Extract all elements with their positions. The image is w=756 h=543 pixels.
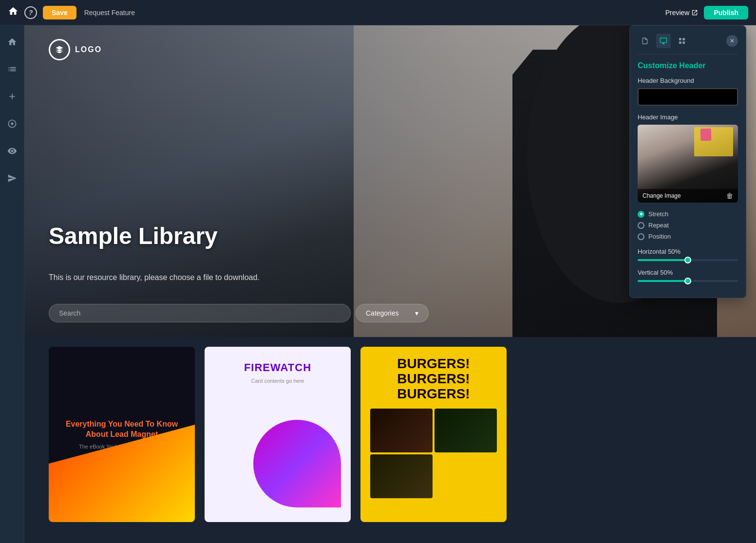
card-burgers-title: BURGERS! BURGERS! BURGERS! <box>370 356 497 401</box>
svg-point-0 <box>11 123 13 125</box>
card-burgers[interactable]: BURGERS! BURGERS! BURGERS! <box>360 347 507 522</box>
logo-circle <box>49 39 70 60</box>
hero-subtitle: This is our resource library, please cho… <box>49 272 260 283</box>
home-icon[interactable] <box>8 6 19 19</box>
card-firewatch[interactable]: FIREWATCH Card contents go here <box>205 347 351 522</box>
horizontal-slider-label: Horizontal 50% <box>638 248 738 255</box>
card-burgers-images <box>370 409 497 498</box>
stretch-radio[interactable]: Stretch <box>638 210 738 218</box>
image-fit-radio-group: Stretch Repeat Position <box>638 210 738 240</box>
panel-file-icon[interactable] <box>638 34 652 48</box>
vertical-slider[interactable] <box>638 280 738 282</box>
header-background-label: Header Background <box>638 77 738 84</box>
delete-image-button[interactable]: 🗑 <box>726 192 733 200</box>
header-image-preview: Change Image 🗑 <box>638 125 738 203</box>
sidebar-home-icon[interactable] <box>3 33 21 51</box>
card-lead-magnet[interactable]: Everything You Need To Know About Lead M… <box>49 347 195 522</box>
position-radio[interactable]: Position <box>638 233 738 240</box>
position-radio-circle <box>638 233 644 240</box>
sidebar-add-icon[interactable] <box>3 88 21 105</box>
cards-section: Everything You Need To Know About Lead M… <box>24 337 756 532</box>
vertical-slider-thumb[interactable] <box>684 278 691 284</box>
image-actions-bar: Change Image 🗑 <box>638 189 738 203</box>
sidebar-design-icon[interactable] <box>3 115 21 132</box>
horizontal-slider-thumb[interactable] <box>684 257 691 263</box>
help-icon[interactable]: ? <box>24 6 37 19</box>
categories-dropdown[interactable]: Categories ▾ <box>356 304 429 322</box>
burger-image-3 <box>370 454 433 498</box>
panel-title: Customize Header <box>638 61 738 70</box>
save-button[interactable]: Save <box>43 6 76 19</box>
hero-search-bar: Categories ▾ <box>49 304 429 322</box>
hero-title: Sample Library <box>49 223 218 249</box>
panel-desktop-icon[interactable] <box>656 34 671 48</box>
burger-image-2 <box>435 409 497 452</box>
panel-toolbar: ✕ <box>638 34 738 55</box>
page-content: LOGO Sample Library This is our resource… <box>24 25 756 543</box>
burger-image-1 <box>370 409 433 452</box>
header-background-color-input[interactable] <box>638 88 738 106</box>
stretch-radio-circle <box>638 211 644 218</box>
topbar: ? Save Request Feature Preview Publish <box>0 0 756 25</box>
horizontal-slider[interactable] <box>638 259 738 261</box>
search-input[interactable] <box>49 304 351 322</box>
change-image-button[interactable]: Change Image <box>643 192 681 199</box>
panel-close-button[interactable]: ✕ <box>726 35 738 47</box>
publish-button[interactable]: Publish <box>704 6 748 19</box>
chevron-down-icon: ▾ <box>415 309 418 317</box>
horizontal-slider-fill <box>638 259 688 261</box>
main-layout: LOGO Sample Library This is our resource… <box>0 25 756 543</box>
card-firewatch-subtitle: Card contents go here <box>251 378 304 384</box>
card-firewatch-title: FIREWATCH <box>244 361 311 374</box>
sidebar-pages-icon[interactable] <box>3 60 21 78</box>
repeat-radio[interactable]: Repeat <box>638 222 738 229</box>
request-feature-link[interactable]: Request Feature <box>84 9 135 17</box>
hero-logo: LOGO <box>49 39 102 60</box>
preview-button[interactable]: Preview <box>665 9 699 17</box>
sidebar <box>0 25 24 543</box>
customize-panel: ✕ Customize Header Header Background Hea… <box>629 25 746 298</box>
repeat-radio-circle <box>638 222 644 229</box>
card-firewatch-blob <box>253 420 341 507</box>
logo-text: LOGO <box>75 45 102 54</box>
header-image-label: Header Image <box>638 113 738 121</box>
sidebar-send-icon[interactable] <box>3 169 21 187</box>
panel-grid-icon[interactable] <box>675 34 689 48</box>
sidebar-eye-icon[interactable] <box>3 142 21 160</box>
vertical-slider-label: Vertical 50% <box>638 269 738 276</box>
vertical-slider-fill <box>638 280 688 282</box>
